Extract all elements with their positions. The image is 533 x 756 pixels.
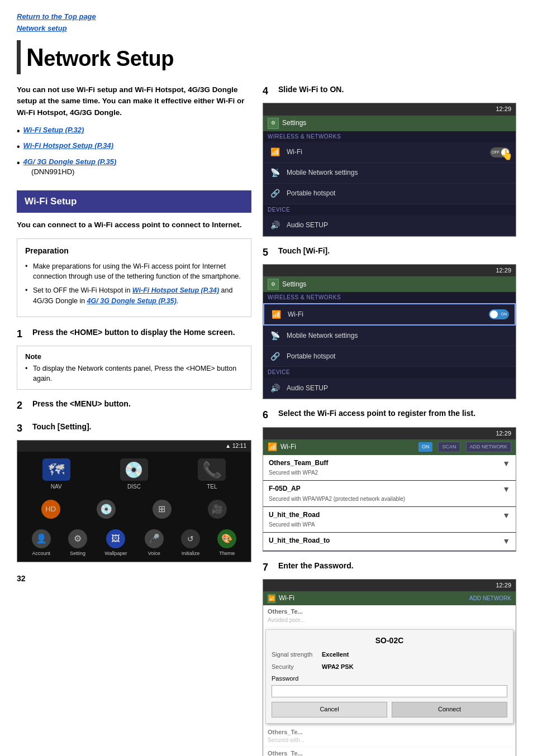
icon-account: 👤 Account [32,529,51,557]
s5-wifi-row-icon: 📶 [270,308,282,320]
main-title: Network Setup [26,40,174,75]
s7-password-input[interactable] [272,685,507,697]
step-3-num: 3 [17,422,28,436]
page-container: Return to the Top page Network setup Net… [0,0,533,756]
return-top-link[interactable]: Return to the Top page [17,11,516,23]
icon-cam: 🎥 [208,500,227,520]
s4-device-label: DEVICE [263,204,516,216]
s6-time: 12:29 [496,429,511,438]
theme-label: Theme [219,550,235,557]
account-icon: 👤 [32,529,51,548]
step-4-header: 4 Slide Wi-Fi to ON. [263,84,516,98]
wifi-hotspot-link[interactable]: Wi-Fi Hotspot Setup (P.34) [23,141,113,151]
s6-network-1[interactable]: Others_Team_Buff ▼ Secured with WPA2 [263,455,516,481]
s6-net4-signal: ▼ [502,536,510,547]
wifi-setup-link[interactable]: Wi-Fi Setup (P.32) [23,125,84,135]
s4-mobile-label: Mobile Network settings [287,168,510,178]
step-6-text: Select the Wi-Fi access point to registe… [278,408,475,419]
wallpaper-icon: 🖼 [106,529,125,548]
left-column: You can not use Wi-Fi setup and Wi-Fi Ho… [17,84,251,756]
breadcrumb: Return to the Top page Network setup [17,11,516,35]
intro-text: You can not use Wi-Fi setup and Wi-Fi Ho… [17,84,251,118]
step-1-note: Note To display the Network contents pan… [17,346,251,390]
prep-dongle-link[interactable]: 4G/ 3G Dongle Setup (P.35) [87,297,177,305]
s7-security-label: Security [272,663,322,671]
bullet-dot-1: • [17,125,20,137]
icon-setting: ⚙ Setting [68,529,87,557]
s7-bgnet1-sub: Avoided poor... [268,616,511,624]
s6-network-2-name: F-05D_AP ▼ [269,484,510,495]
setting-icon: ⚙ [68,529,87,548]
main-title-box: Network Setup [17,40,516,75]
prep-hotspot-link[interactable]: Wi-Fi Hotspot Setup (P.34) [132,286,219,294]
s6-net2-signal: ▼ [502,484,510,495]
step-5-text: Touch [Wi-Fi]. [278,246,330,257]
s4-mobile-row: 📡 Mobile Network settings [263,163,516,184]
s7-bgnet3-name: Others_Te... [268,749,511,756]
s7-wifi-label: Wi-Fi [279,594,466,603]
step-7-num: 7 [263,561,274,575]
step-2-num: 2 [17,399,28,413]
s6-net1-signal: ▼ [502,458,510,470]
wifi-setup-desc: You can connect to a Wi-Fi access point … [17,219,251,231]
s4-header: ⚙ Settings [263,116,516,131]
step-3-screen: ▲ 12:11 🗺 NAV 💿 DISC 📞 TEL [17,440,251,562]
step-7-screen: 12:29 📶 Wi-Fi ADD NETWORK Others_Te... A… [263,579,516,756]
initialize-icon: ↺ [181,529,200,548]
bullet-dot-2: • [17,141,20,153]
s6-network-4[interactable]: U_hit_the_Road_to ▼ [263,533,516,551]
s6-network-4-name: U_hit_the_Road_to ▼ [269,536,510,547]
s7-bg-net2: Others_Te... Secured with... [263,726,516,747]
s5-wifi-row[interactable]: 📶 Wi-Fi [263,303,516,326]
s4-time: 12:29 [496,105,511,113]
dongle-link-item: • 4G/ 3G Dongle Setup (P.35) (DNN991HD) [17,157,251,177]
nav-tel: 📞 TEL [198,458,226,491]
step-6-num: 6 [263,408,274,422]
s7-connect-btn[interactable]: Connect [392,702,507,717]
s6-header: 📶 Wi-Fi ON SCAN ADD NETWORK [263,439,516,455]
s6-scan-btn[interactable]: SCAN [438,442,460,452]
s6-net1-ssid: Others_Team_Buff [269,458,328,470]
wifi-setup-section-title: Wi-Fi Setup [17,190,251,213]
voice-icon: 🎤 [145,529,164,548]
prep-item-1: Make preparations for using the Wi-Fi ac… [25,261,243,283]
network-setup-link[interactable]: Network setup [17,23,516,35]
s6-network-2[interactable]: F-05D_AP ▼ Secured with WPA/WPA2 (protec… [263,481,516,507]
s4-audio-row: 🔊 Audio SETUP [263,216,516,236]
step-3: 3 Touch [Setting]. ▲ 12:11 🗺 NAV 💿 [17,422,251,562]
step-5-header: 5 Touch [Wi-Fi]. [263,246,516,260]
s4-wifi-row: 📶 Wi-Fi 👆 [263,142,516,163]
theme-icon: 🎨 [217,529,236,548]
s7-cancel-btn[interactable]: Cancel [272,702,387,717]
right-column: 4 Slide Wi-Fi to ON. 12:29 ⚙ Settings WI… [263,84,516,756]
s4-hotspot-label: Portable hotspot [287,189,510,198]
step-1-num: 1 [17,327,28,341]
initialize-label: Initialize [182,550,200,557]
page-number: 32 [17,573,251,585]
content-layout: You can not use Wi-Fi setup and Wi-Fi Ho… [17,84,516,756]
step-3-header: 3 Touch [Setting]. [17,422,251,436]
screen-3-time: ▲ 12:11 [225,442,246,450]
s7-add-btn[interactable]: ADD NETWORK [469,595,511,602]
icon-theme: 🎨 Theme [217,529,236,557]
dongle-link[interactable]: 4G/ 3G Dongle Setup (P.35) [23,157,117,166]
wifi-toggle-on[interactable] [489,309,509,319]
step-7: 7 Enter the Password. 12:29 📶 Wi-Fi ADD … [263,561,516,756]
s6-add-btn[interactable]: ADD NETWORK [466,442,512,452]
wifi-toggle-off[interactable]: 👆 [490,147,510,157]
s6-net3-sub: Secured with WPA [269,521,510,529]
grid-icon-circle: ⊞ [153,500,172,519]
step-7-header: 7 Enter the Password. [263,561,516,575]
step-2-header: 2 Press the <MENU> button. [17,399,251,413]
s5-header-label: Settings [282,280,306,289]
hd-icon-circle: HD [41,500,60,519]
step-3-text: Touch [Setting]. [32,422,92,433]
s6-net4-ssid: U_hit_the_Road_to [269,536,330,547]
nav-icon-disc: 💿 [120,458,148,481]
s6-network-3[interactable]: U_hit_the_Road ▼ Secured with WPA [263,507,516,533]
s6-net1-sub: Secured with WPA2 [269,469,510,477]
wallpaper-label: Wallpaper [104,550,127,557]
wifi-setup-link-item: • Wi-Fi Setup (P.32) [17,125,251,137]
nav-bar: 🗺 NAV 💿 DISC 📞 TEL [17,452,251,495]
note-text: To display the Network contents panel, P… [25,364,243,384]
